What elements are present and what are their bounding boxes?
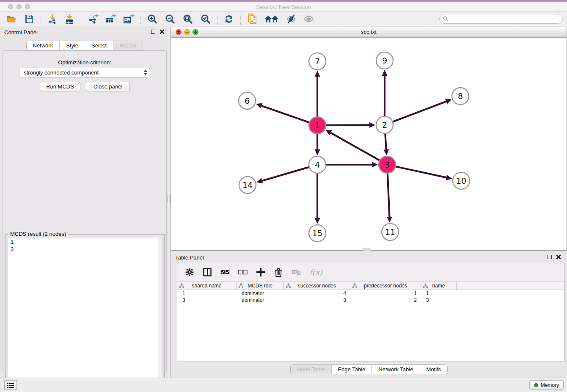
- zoom-selected-button[interactable]: [200, 14, 211, 25]
- table-cell[interactable]: 1: [350, 290, 421, 297]
- edge-3-11[interactable]: [388, 174, 389, 217]
- tab-edge-table[interactable]: Edge Table: [331, 365, 372, 374]
- show-column-panel-button[interactable]: [203, 268, 212, 277]
- table-header-row: shared nameMCDS rolesuccessor nodesprede…: [177, 282, 564, 290]
- network-graph-canvas[interactable]: 7968124314101511: [171, 38, 567, 250]
- import-table-button[interactable]: [65, 14, 76, 25]
- column-header-label: shared name: [192, 283, 221, 289]
- column-header-name[interactable]: name: [421, 282, 457, 290]
- float-panel-icon[interactable]: [151, 30, 155, 34]
- export-image-icon: [124, 14, 135, 24]
- task-history-button[interactable]: [4, 380, 17, 390]
- delete-table-button[interactable]: [292, 268, 301, 277]
- application-window: Session: New Session: [0, 0, 567, 392]
- edge-arrowhead: [446, 175, 452, 180]
- table-row[interactable]: 1dominator411: [177, 290, 564, 297]
- search-input[interactable]: [451, 15, 562, 23]
- graph-node-label: 14: [242, 180, 253, 190]
- table-row[interactable]: 3dominator323: [177, 297, 564, 304]
- zoom-in-button[interactable]: [147, 14, 158, 25]
- zoom-out-button[interactable]: [165, 14, 176, 25]
- mcds-result-group: MCDS result (2 nodes) 13: [6, 234, 165, 392]
- tab-mcds[interactable]: MCDS: [113, 41, 142, 50]
- delete-table-icon: [292, 269, 301, 276]
- table-cell[interactable]: 3: [177, 297, 237, 304]
- memory-button[interactable]: Memory: [529, 380, 564, 390]
- tab-network-table[interactable]: Network Table: [372, 365, 419, 374]
- tab-style[interactable]: Style: [59, 41, 85, 50]
- function-builder-button[interactable]: f(x): [309, 268, 322, 277]
- edge-2-3[interactable]: [385, 134, 386, 149]
- create-column-button[interactable]: [256, 268, 265, 277]
- close-table-panel-icon[interactable]: [556, 254, 561, 259]
- table-cell[interactable]: dominator: [237, 290, 284, 297]
- graph-node-label: 7: [315, 57, 320, 66]
- edge-3-10[interactable]: [396, 166, 446, 177]
- export-image-button[interactable]: [124, 14, 135, 25]
- edge-2-8[interactable]: [393, 102, 446, 122]
- checked-boxes-icon: [220, 270, 230, 275]
- export-network-button[interactable]: [88, 14, 99, 25]
- main-toolbar: [0, 12, 567, 26]
- open-session-button[interactable]: [6, 14, 17, 25]
- graph-node-label: 15: [312, 229, 322, 238]
- network-window-titlebar[interactable]: scc.txt: [171, 27, 567, 38]
- column-header-successor-nodes[interactable]: successor nodes: [284, 282, 350, 290]
- graph-node-label: 4: [315, 160, 320, 169]
- search-field[interactable]: [439, 14, 563, 24]
- graph-node-label: 2: [382, 120, 387, 130]
- tab-node-table[interactable]: Node Table: [291, 365, 331, 374]
- export-table-button[interactable]: [106, 14, 117, 25]
- hide-panel-button[interactable]: [286, 14, 297, 25]
- table-cell[interactable]: 3: [284, 297, 350, 304]
- delete-column-button[interactable]: [274, 268, 283, 277]
- control-panel: Control Panel NetworkStyleSelectMCDS Opt…: [0, 26, 169, 378]
- import-network-icon: [47, 14, 58, 24]
- column-header-shared-name[interactable]: shared name: [177, 282, 237, 290]
- status-bar: Memory: [0, 378, 567, 392]
- table-cell[interactable]: dominator: [237, 297, 284, 304]
- show-graphics-button[interactable]: [303, 14, 314, 25]
- result-scrollbar[interactable]: [158, 238, 162, 390]
- mcds-result-list[interactable]: 13: [8, 238, 162, 390]
- table-cell[interactable]: 4: [284, 290, 350, 297]
- import-network-button[interactable]: [47, 14, 58, 25]
- horizontal-splitter-handle[interactable]: [363, 248, 371, 251]
- search-icon: [443, 16, 449, 22]
- graph-node-label: 6: [245, 96, 250, 105]
- table-cell[interactable]: 2: [350, 297, 421, 304]
- table-cell[interactable]: 3: [421, 297, 457, 304]
- zoom-fit-button[interactable]: [182, 14, 193, 25]
- edge-3-1[interactable]: [330, 133, 379, 160]
- gear-icon: [185, 268, 194, 276]
- run-mcds-button[interactable]: Run MCDS: [40, 82, 80, 91]
- edge-1-2[interactable]: [326, 125, 369, 125]
- table-cell[interactable]: 1: [177, 290, 237, 297]
- tab-motifs[interactable]: Motifs: [419, 365, 447, 374]
- column-header-MCDS-role[interactable]: MCDS role: [237, 282, 284, 290]
- close-panel-icon[interactable]: [160, 29, 165, 34]
- edge-4-14[interactable]: [262, 167, 309, 181]
- optimization-criterion-select[interactable]: strongly connected component: [19, 68, 150, 77]
- edge-arrowhead: [372, 162, 378, 168]
- select-all-columns-button[interactable]: [220, 268, 230, 277]
- control-panel-title: Control Panel: [4, 29, 38, 36]
- mcds-result-title: MCDS result (2 nodes): [8, 231, 68, 237]
- table-settings-button[interactable]: [185, 268, 194, 277]
- table-panel-title: Table Panel: [175, 254, 204, 261]
- float-table-panel-icon[interactable]: [548, 255, 552, 259]
- unselect-all-columns-button[interactable]: [238, 268, 248, 277]
- edge-1-6[interactable]: [261, 106, 309, 122]
- tab-select[interactable]: Select: [85, 41, 113, 50]
- duplicate-network-button[interactable]: [247, 14, 258, 25]
- vertical-splitter-handle[interactable]: [167, 196, 171, 203]
- graph-node-label: 11: [385, 227, 395, 237]
- save-session-button[interactable]: [24, 14, 35, 25]
- home-button[interactable]: [264, 14, 279, 25]
- tab-network[interactable]: Network: [26, 41, 59, 50]
- table-cell[interactable]: 1: [421, 290, 457, 297]
- column-header-predecessor-nodes[interactable]: predecessor nodes: [350, 282, 421, 290]
- close-panel-button[interactable]: Close panel: [86, 82, 130, 91]
- refresh-button[interactable]: [223, 14, 234, 25]
- table-panel-tabs: Node TableEdge TableNetwork TableMotifs: [290, 364, 448, 374]
